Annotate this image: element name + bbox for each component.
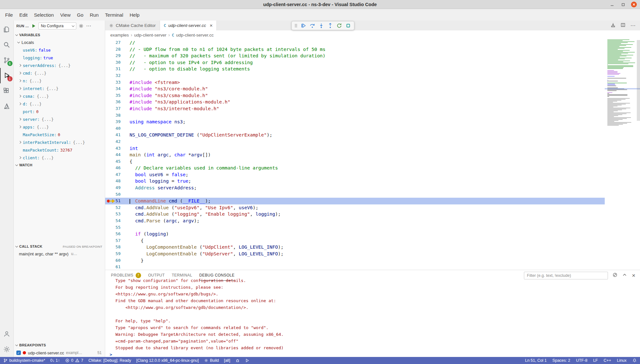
cmake-status-item[interactable]: CMake: [Debug]: Ready [88, 358, 131, 363]
account-icon[interactable] [0, 326, 14, 342]
breadcrumb-file[interactable]: udp-client-server.cc [176, 33, 214, 37]
line-number[interactable]: 31 [105, 66, 130, 72]
code-line[interactable]: 31// - option to disable logging stateme… [105, 66, 605, 72]
code-line[interactable]: 34#include "ns3/core-module.h" [105, 86, 605, 92]
sync-status-item[interactable]: 0↓ 1↑ [50, 358, 60, 363]
variable-row[interactable]: n:{...} [14, 77, 105, 85]
variable-row[interactable]: csma:{...} [14, 92, 105, 100]
line-number[interactable]: 54 [105, 218, 130, 224]
code-line[interactable]: 28// - UDP flow from n0 to n1 of 1024 by… [105, 46, 605, 53]
drag-handle-icon[interactable] [294, 24, 298, 27]
variable-row[interactable]: interPacketInterval:{...} [14, 138, 105, 146]
menu-help[interactable]: Help [126, 11, 143, 19]
indentation-item[interactable]: Spaces: 2 [552, 358, 570, 363]
code-line[interactable]: 60 } [105, 257, 605, 264]
variable-row[interactable]: d:{...} [14, 100, 105, 108]
cmake-kit-item[interactable]: [Clang 12.0.0 x86_64-pc-linux-gnu] [136, 358, 199, 363]
code-line[interactable]: 27// [105, 39, 605, 46]
code-line[interactable]: 41NS_LOG_COMPONENT_DEFINE ("UdpClientSer… [105, 132, 605, 138]
encoding-item[interactable]: UTF-8 [576, 358, 587, 363]
more-actions-icon[interactable]: ⋯ [86, 24, 91, 28]
restart-button[interactable] [335, 22, 343, 29]
search-icon[interactable] [0, 37, 14, 53]
code-line[interactable]: 29// - maximum of 320 packets sent (or l… [105, 53, 605, 59]
line-number[interactable]: 36 [105, 99, 130, 105]
line-number[interactable]: 42 [105, 138, 130, 145]
step-over-button[interactable] [308, 22, 316, 29]
line-number[interactable]: 33 [105, 79, 130, 86]
configure-gear-icon[interactable] [79, 23, 84, 29]
code-line[interactable]: 47 bool useV6 = false; [105, 171, 605, 178]
code-line[interactable]: 42 [105, 138, 605, 145]
debug-config-dropdown[interactable]: No Configura [38, 22, 76, 29]
variable-row[interactable]: MaxPacketSize:0 [14, 131, 105, 138]
line-number[interactable]: 55 [105, 224, 130, 231]
menu-edit[interactable]: Edit [16, 11, 31, 19]
line-number[interactable]: 45 [105, 158, 130, 165]
code-line[interactable]: 46 // Declare variables used in command-… [105, 165, 605, 171]
line-number[interactable]: 60 [105, 257, 130, 264]
code-line[interactable]: 59 LogComponentEnable ("UdpServer", LOG_… [105, 251, 605, 257]
close-tab-icon[interactable]: ✕ [209, 23, 213, 28]
launch-target-icon[interactable] [245, 358, 249, 363]
line-number[interactable]: 30 [105, 59, 130, 66]
line-number[interactable]: 56 [105, 231, 130, 237]
line-number[interactable]: 58 [105, 244, 130, 251]
console-prompt[interactable]: > [110, 351, 640, 357]
variable-row[interactable]: client:{...} [14, 154, 105, 161]
line-number[interactable]: 44 [105, 152, 130, 158]
stack-frame[interactable]: main(int argc, char ** argv) u… [14, 250, 105, 258]
line-number[interactable]: 52 [105, 204, 130, 211]
line-number[interactable]: 51 [105, 198, 130, 204]
variable-row[interactable]: apps:{...} [14, 123, 105, 131]
code-line[interactable]: 45{ [105, 158, 605, 165]
code-line[interactable]: 49 Address serverAddress; [105, 185, 605, 191]
notifications-bell-icon[interactable] [632, 358, 637, 363]
variable-row[interactable]: port:0 [14, 108, 105, 115]
scrollbar-thumb[interactable] [637, 40, 640, 121]
variable-row[interactable]: maxPacketCount:32767 [14, 146, 105, 154]
close-icon[interactable]: ✕ [631, 2, 637, 7]
source-control-icon[interactable]: 6 [0, 53, 14, 68]
line-number[interactable]: 53 [105, 211, 130, 218]
menu-view[interactable]: View [57, 11, 74, 19]
line-number[interactable]: 61 [105, 264, 130, 270]
line-number[interactable]: 57 [105, 237, 130, 244]
open-changes-icon[interactable] [611, 22, 616, 29]
code-line[interactable]: 52 cmd.AddValue ("useIpv6", "Use Ipv6", … [105, 204, 605, 211]
settings-gear-icon[interactable] [0, 342, 14, 357]
code-line[interactable]: 43int [105, 145, 605, 152]
code-line[interactable]: 33#include <fstream> [105, 79, 605, 86]
line-number[interactable]: 28 [105, 46, 130, 53]
code-line[interactable]: 48 bool logging = true; [105, 178, 605, 185]
line-number[interactable]: 37 [105, 105, 130, 112]
line-number[interactable]: 40 [105, 125, 130, 132]
debug-target-icon[interactable] [235, 358, 240, 363]
extensions-icon[interactable] [0, 83, 14, 99]
menu-run[interactable]: Run [87, 11, 102, 19]
stop-button[interactable] [344, 22, 352, 29]
variable-row[interactable]: server:{...} [14, 115, 105, 123]
line-number[interactable]: 43 [105, 145, 130, 152]
watch-header[interactable]: WATCH [14, 161, 105, 169]
line-number[interactable]: 38 [105, 112, 130, 119]
code-line[interactable]: 53 cmd.AddValue ("logging", "Enable logg… [105, 211, 605, 218]
build-target-item[interactable]: [all] [224, 358, 230, 363]
code-line[interactable]: 36#include "ns3/applications-module.h" [105, 99, 605, 105]
line-number[interactable]: 39 [105, 119, 130, 125]
line-number[interactable]: 47 [105, 171, 130, 178]
breadcrumb-folder[interactable]: examples [110, 33, 129, 37]
line-number[interactable]: 34 [105, 86, 130, 92]
git-branch-item[interactable]: buildsystem-cmake* [3, 358, 45, 363]
variable-row[interactable]: useV6:false [14, 46, 105, 54]
code-line[interactable]: 39using namespace ns3; [105, 119, 605, 125]
code-line[interactable]: 38 [105, 112, 605, 119]
code-line[interactable]: 54 cmd.Parse (argc, argv); [105, 218, 605, 224]
problems-status-item[interactable]: 0 7 [65, 358, 83, 363]
cursor-position-item[interactable]: Ln 51, Col 1 [525, 358, 546, 363]
code-line[interactable]: 44main (int argc, char *argv[]) [105, 152, 605, 158]
variables-scope[interactable]: Locals [14, 38, 105, 46]
build-button[interactable]: Build [204, 358, 219, 363]
language-mode-item[interactable]: C++ [603, 358, 611, 363]
code-line[interactable]: 57 { [105, 237, 605, 244]
